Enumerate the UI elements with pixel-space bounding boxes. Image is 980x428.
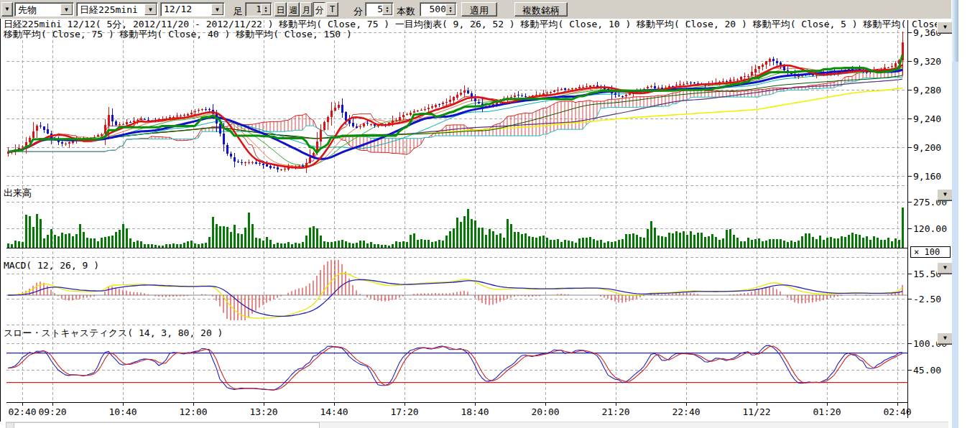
apply-button[interactable]: 適用 (461, 2, 497, 17)
x-axis-label: 14:40 (320, 406, 348, 417)
candlesticks (7, 32, 904, 173)
y-axis-label-main: 9,280 (913, 85, 941, 96)
horizontal-scrollbar[interactable] (6, 422, 948, 428)
price-chart-canvas[interactable]: 02:4009:2010:4012:0013:2014:4017:2018:40… (1, 19, 952, 422)
volume-bars (6, 208, 907, 248)
chevron-down-icon[interactable]: ▼ (60, 4, 73, 15)
x-axis-label: 10:40 (108, 406, 137, 417)
symbol-type-value: 先物 (18, 4, 37, 15)
chart-region: 02:4009:2010:4012:0013:2014:4017:2018:40… (0, 19, 952, 422)
x-axis-label: 02:40 (883, 406, 911, 417)
x-axis-label: 09:20 (38, 406, 66, 417)
contract-month-combobox[interactable]: 12/12 ▼ (160, 2, 225, 17)
spinner-buttons[interactable]: ▲ ▼ (382, 4, 392, 15)
x-axis-label: 01:20 (813, 406, 841, 417)
macd-pane-settings-dropdown[interactable]: ▼ (937, 262, 953, 274)
y-axis-label-stoch: 45.00 (913, 365, 941, 376)
bar-type-label: 足 (234, 5, 243, 18)
bar-count-spinner[interactable]: 1 ▲ ▼ (245, 2, 272, 17)
chart-text: 日経225mini 12/12( 5分, 2012/11/20 - 2012/1… (3, 19, 952, 338)
period-button-minute[interactable]: 分 (313, 2, 325, 17)
axes (6, 20, 912, 418)
x-axis-label: 12:00 (179, 406, 207, 417)
volume-pane-title: 出来高 (4, 187, 32, 198)
x-axis-label: 21:20 (601, 406, 629, 417)
spinner-down-icon[interactable]: ▼ (264, 9, 267, 13)
chevron-down-icon[interactable]: ▼ (211, 4, 223, 15)
symbol-type-combobox[interactable]: 先物 ▼ (14, 2, 74, 17)
y-axis-label-main: 9,160 (913, 171, 941, 182)
spinner-down-icon[interactable]: ▼ (386, 9, 388, 13)
minute-spinner[interactable]: 5 ▲ ▼ (365, 2, 394, 17)
chart-application-window: ▼ 先物 ▼ 日経225mini ▼ 12/12 ▼ 足 1 ▲ ▼ 日 週 月… (0, 0, 980, 428)
x-axis-label: 20:00 (531, 406, 559, 417)
stochastics-pane-title: スロー・ストキャスティクス( 14, 3, 80, 20 ) (4, 327, 223, 338)
y-axis-label-main: 9,320 (913, 56, 941, 67)
thick-averages (8, 55, 902, 167)
y-axis-label-volume: 120.00 (913, 223, 947, 234)
minute-label: 分 (353, 5, 363, 18)
period-button-day[interactable]: 日 (274, 2, 287, 17)
period-button-month[interactable]: 月 (300, 2, 313, 17)
stoch-pane-settings-dropdown[interactable]: ▼ (937, 332, 953, 345)
legend-line-1: 日経225mini 12/12( 5分, 2012/11/20 - 2012/1… (4, 19, 952, 29)
symbol-name-combobox[interactable]: 日経225mini ▼ (76, 2, 158, 17)
main-pane-settings-dropdown[interactable]: ▼ (937, 22, 953, 34)
x-axis-label: 11/22 (742, 406, 770, 417)
spinner-buttons[interactable]: ▲ ▼ (445, 4, 456, 15)
macd-pane (6, 260, 907, 320)
stochastics-pane (6, 345, 907, 390)
y-axis-label-main: 9,200 (913, 142, 941, 153)
horizontal-scrollbar-thumb[interactable] (14, 422, 320, 428)
spinner-buttons[interactable]: ▲ ▼ (261, 4, 271, 15)
x-axis-label: 13:20 (249, 406, 277, 417)
vertical-scrollbar-thumb[interactable] (952, 0, 958, 62)
multi-symbol-button[interactable]: 複数銘柄 (514, 2, 568, 17)
volume-pane-settings-dropdown[interactable]: ▼ (937, 189, 953, 201)
y-axis-label-main: 9,240 (913, 113, 941, 124)
x-axis-label: 18:40 (461, 406, 489, 417)
toolbar-dropdown-button[interactable]: ▼ (1, 2, 13, 17)
bars-count-spinner[interactable]: 500 ▲ ▼ (420, 2, 457, 17)
axis-labels: 02:4009:2010:4012:0013:2014:4017:2018:40… (8, 27, 947, 417)
macd-pane-title: MACD( 12, 26, 9 ) (4, 260, 99, 271)
y-axis-label-macd: -2.50 (913, 294, 941, 304)
toolbar: ▼ 先物 ▼ 日経225mini ▼ 12/12 ▼ 足 1 ▲ ▼ 日 週 月… (0, 0, 951, 19)
spinner-down-icon[interactable]: ▼ (449, 9, 451, 13)
legend-line-2: 移動平均( Close, 75 ) 移動平均( Close, 40 ) 移動平均… (3, 29, 352, 39)
bars-count-value: 500 (430, 4, 446, 14)
x-axis-label: 02:40 (8, 406, 36, 417)
x-axis-label: 22:40 (672, 406, 700, 417)
volume-multiplier-badge: × 100 (910, 246, 951, 258)
period-button-tick[interactable]: T (326, 2, 338, 17)
period-button-week[interactable]: 週 (287, 2, 300, 17)
x-axis-label: 17:20 (390, 406, 418, 417)
contract-month-value: 12/12 (164, 4, 192, 14)
chevron-down-icon[interactable]: ▼ (144, 4, 157, 15)
bars-count-label: 本数 (397, 5, 415, 18)
vertical-scrollbar[interactable] (952, 0, 958, 428)
symbol-name-value: 日経225mini (80, 4, 138, 15)
